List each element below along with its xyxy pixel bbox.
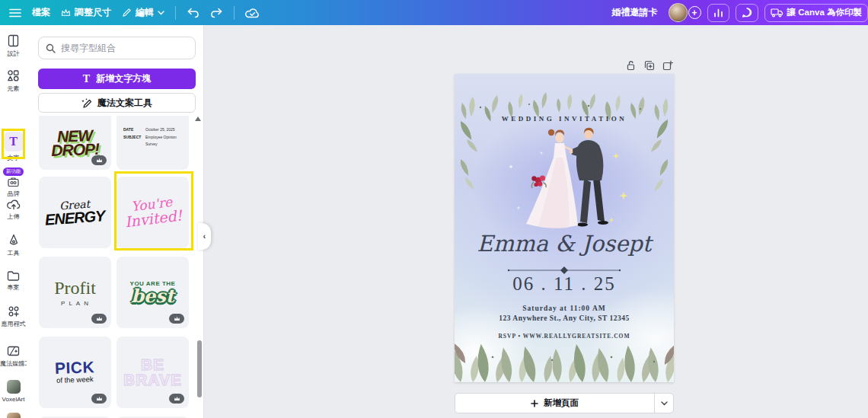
magic-write-icon (81, 97, 92, 108)
pen-tool-icon (0, 234, 27, 247)
cloud-saved-icon (245, 8, 260, 18)
add-page-dropdown[interactable] (654, 394, 673, 413)
comment-button[interactable] (736, 4, 758, 22)
plus-icon (531, 400, 538, 407)
document-title[interactable]: 婚禮邀請卡 (612, 6, 658, 19)
ai-avatar-thumbnail-icon (7, 413, 21, 418)
invitation-time[interactable]: Saturday at 11:00 AM (455, 305, 674, 312)
pro-crown-badge (169, 394, 184, 404)
text-style-card-pick-of-the-week[interactable]: PICK of the week (39, 337, 111, 408)
analytics-button[interactable] (707, 4, 729, 22)
brand-icon (0, 177, 27, 187)
text-icon: T (4, 132, 24, 152)
undo-icon[interactable] (187, 8, 199, 18)
comment-bubble-icon (742, 8, 752, 18)
sidebar-rail: 設計 元素 T 文字 新功能 品牌 上傳 工具 專案 應用程式 魔法媒體工具 V… (0, 25, 27, 418)
bar-chart-icon (713, 8, 723, 18)
sidebar-item-elements[interactable]: 元素 (0, 69, 27, 93)
text-style-card-memo[interactable]: DATEOctober 25, 2025 SUBJECTEmployee Opi… (116, 116, 189, 170)
pro-crown-badge (91, 394, 107, 404)
duplicate-page-icon[interactable] (643, 59, 655, 71)
chevron-down-icon (661, 401, 668, 406)
sidebar-item-tools[interactable]: 工具 (0, 234, 27, 257)
folder-icon (0, 270, 27, 281)
scroll-top-arrow[interactable] (195, 116, 201, 121)
invitation-date[interactable]: 06 . 11 . 25 (455, 273, 674, 295)
text-panel: T 新增文字方塊 魔法文案工具 NEW DROP! DATEOctober 25… (27, 25, 204, 418)
panel-collapse-handle[interactable]: ‹ (198, 223, 211, 250)
sidebar-item-hd-ai-avatar[interactable]: HD AI Ava... (0, 413, 27, 418)
hamburger-menu-icon[interactable] (9, 8, 21, 18)
add-page-icon[interactable] (662, 59, 673, 71)
invitation-rsvp[interactable]: RSVP • WWW.REALLYGREATSITE.COM (455, 333, 674, 340)
print-with-canva-button[interactable]: 讓 Canva 為你印製 (764, 4, 868, 22)
add-text-box-button[interactable]: T 新增文字方塊 (38, 69, 196, 89)
sidebar-item-projects[interactable]: 專案 (0, 270, 27, 292)
sidebar-item-design[interactable]: 設計 (0, 34, 27, 58)
crown-icon (61, 8, 71, 17)
new-feature-badge: 新功能 (3, 168, 24, 176)
add-member-button[interactable]: + (688, 6, 701, 19)
search-icon (46, 43, 56, 53)
sidebar-item-uploads[interactable]: 上傳 (0, 199, 27, 221)
sidebar-item-brand[interactable]: 新功能 品牌 (0, 162, 27, 198)
add-page-button[interactable]: 新增頁面 (455, 393, 674, 413)
header-divider (175, 6, 176, 20)
pro-crown-badge (91, 314, 107, 324)
editor-canvas: WEDDING INVITATION (205, 25, 868, 418)
menu-resize[interactable]: 調整尺寸 (61, 6, 111, 19)
text-style-card-you-are-the-best[interactable]: YOU ARE THE best (116, 257, 189, 328)
truck-icon (771, 8, 783, 18)
text-style-card-new-drop[interactable]: NEW DROP! (39, 116, 111, 170)
search-box[interactable] (38, 37, 196, 59)
text-t-icon: T (83, 73, 90, 85)
upload-cloud-icon (0, 199, 27, 210)
invitation-page[interactable]: WEDDING INVITATION (455, 74, 674, 382)
text-style-card-profit-plan[interactable]: Profit PLAN (39, 257, 111, 328)
top-bar: 檔案 調整尺寸 編輯 婚禮邀請卡 + (0, 0, 868, 25)
voxelart-thumbnail-icon (7, 380, 21, 394)
text-style-card-youre-invited[interactable]: You're Invited! (116, 177, 189, 248)
text-style-card-great-energy[interactable]: Great ENERGY (39, 177, 111, 248)
page-actions (625, 59, 673, 71)
menu-edit[interactable]: 編輯 (122, 6, 164, 19)
menu-file[interactable]: 檔案 (32, 6, 50, 19)
magic-media-icon (0, 345, 27, 357)
sidebar-item-voxelart[interactable]: VoxelArt (0, 380, 27, 403)
chevron-down-icon (158, 11, 164, 15)
pro-crown-badge (169, 314, 184, 324)
couple-illustration[interactable] (496, 123, 633, 233)
design-icon (0, 34, 27, 47)
elements-icon (0, 69, 27, 82)
invitation-address[interactable]: 123 Anywhere St., Any City, ST 12345 (455, 314, 674, 322)
magic-write-button[interactable]: 魔法文案工具 (38, 93, 196, 113)
panel-scrollbar[interactable] (197, 340, 202, 397)
avatar[interactable] (669, 3, 688, 22)
invitation-heading[interactable]: WEDDING INVITATION (455, 115, 674, 123)
sidebar-item-apps[interactable]: 應用程式 (0, 305, 27, 328)
invitation-names[interactable]: Emma & Josept (455, 231, 674, 257)
apps-icon (0, 305, 27, 317)
search-input[interactable] (61, 43, 188, 53)
pencil-icon (122, 8, 132, 18)
lock-icon[interactable] (625, 59, 637, 71)
sidebar-item-text[interactable]: T 文字 (0, 132, 27, 162)
text-style-card-be-brave[interactable]: BE BRAVE (116, 337, 189, 408)
sidebar-item-magic-media[interactable]: 魔法媒體工具 (0, 345, 27, 368)
redo-icon[interactable] (210, 8, 223, 18)
pro-crown-badge (91, 155, 107, 165)
header-divider (234, 6, 235, 20)
